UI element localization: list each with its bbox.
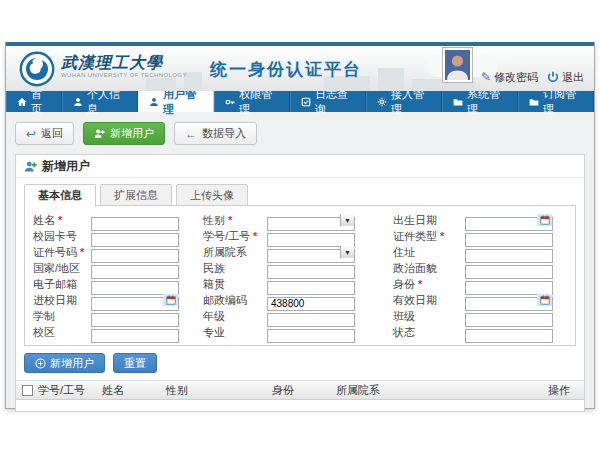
nav-tab-system-mgmt[interactable]: 系统管理	[442, 91, 518, 112]
calendar-icon[interactable]	[537, 214, 552, 226]
field-label-status: 状态	[393, 325, 465, 340]
text-field-id-number	[91, 245, 179, 259]
input-major[interactable]	[267, 329, 355, 343]
user-avatar[interactable]	[443, 48, 472, 82]
text-field-name	[91, 213, 179, 227]
person-add-icon	[24, 160, 37, 173]
reset-button-label: 重置	[124, 356, 146, 371]
text-field-identity	[465, 277, 553, 291]
text-field-grade	[267, 309, 355, 323]
text-field-major	[267, 325, 355, 339]
text-field-id-type	[465, 229, 553, 243]
select-gender[interactable]: ▼	[267, 213, 355, 227]
tab-upload-avatar[interactable]: 上传头像	[176, 184, 248, 206]
field-label-native-place: 籍贯	[203, 277, 267, 292]
required-asterisk: *	[253, 230, 257, 242]
column-header-actions: 操作	[548, 383, 584, 398]
nav-tab-user-mgmt[interactable]: 用户管理	[138, 91, 214, 112]
panel-title: 新增用户	[42, 158, 90, 175]
text-field-postal-code	[267, 293, 355, 307]
nav-tab-profile[interactable]: 个人信息	[62, 91, 138, 112]
text-field-class	[465, 309, 553, 323]
date-field-valid-date[interactable]	[465, 293, 553, 307]
field-label-grade: 年级	[203, 309, 267, 324]
logout-label: 退出	[562, 70, 584, 84]
form-row: 学制年级班级	[25, 308, 575, 324]
nav-tab-log-query[interactable]: 日志查询	[290, 91, 366, 112]
column-header-department: 所属院系	[336, 383, 548, 398]
field-label-postal-code: 邮政编码	[203, 293, 267, 308]
main-nav: 首页个人信息用户管理权限管理日志查询接入管理系统管理订阅管理	[6, 91, 594, 112]
text-field-email	[91, 277, 179, 291]
required-asterisk: *	[440, 230, 444, 242]
column-header-identity: 身份	[272, 383, 336, 398]
university-name-en: WUHAN UNIVERSITY OF TECHNOLOGY	[61, 72, 187, 78]
date-field-enroll-date[interactable]	[91, 293, 179, 307]
submit-add-user-label: 新增用户	[50, 356, 94, 371]
field-label-department: 所属院系	[203, 245, 267, 260]
form-row: 姓名*性别*▼出生日期	[25, 212, 575, 228]
import-arrow-icon: ←	[185, 128, 197, 140]
folder-icon	[529, 97, 539, 107]
home-icon	[17, 97, 27, 107]
key-icon	[225, 97, 235, 107]
text-field-ethnicity	[267, 261, 355, 275]
platform-title: 统一身份认证平台	[210, 58, 362, 81]
form-actions: 新增用户 重置	[24, 353, 576, 373]
input-status[interactable]	[465, 329, 553, 343]
field-label-ethnicity: 民族	[203, 261, 267, 276]
form-row: 国家/地区民族政治面貌	[25, 260, 575, 276]
calendar-icon[interactable]	[537, 294, 552, 306]
select-department[interactable]: ▼	[267, 245, 355, 259]
field-label-political-status: 政治面貌	[393, 261, 465, 276]
user-table-body-empty	[16, 400, 584, 411]
gear-icon	[377, 97, 387, 107]
nav-tab-permission-mgmt[interactable]: 权限管理	[214, 91, 290, 112]
data-import-button-label: 数据导入	[202, 126, 246, 141]
required-asterisk: *	[228, 214, 232, 226]
text-field-campus	[91, 325, 179, 339]
select-all-checkbox[interactable]	[22, 385, 33, 396]
tab-basic-info[interactable]: 基本信息	[24, 184, 96, 207]
form-row: 电子邮箱籍贯身份*	[25, 276, 575, 292]
submit-add-user-button[interactable]: 新增用户	[24, 353, 105, 373]
text-field-schooling-length	[91, 309, 179, 323]
field-label-valid-date: 有效日期	[393, 293, 465, 308]
field-label-id-number: 证件号码*	[33, 245, 91, 260]
calendar-icon[interactable]	[163, 294, 178, 306]
required-asterisk: *	[80, 246, 84, 258]
input-campus[interactable]	[91, 329, 179, 343]
reset-button[interactable]: 重置	[113, 353, 157, 373]
user-table-header: 学号/工号姓名性别身份所属院系操作	[16, 380, 584, 400]
form-row: 校区专业状态	[25, 324, 575, 340]
dropdown-arrow-icon[interactable]: ▼	[340, 214, 354, 226]
field-label-student-id: 学号/工号*	[203, 229, 267, 244]
tab-extended-info[interactable]: 扩展信息	[100, 184, 172, 206]
field-label-country-region: 国家/地区	[33, 261, 91, 276]
user-icon	[149, 97, 159, 107]
university-logo-icon	[19, 51, 55, 87]
add-user-button[interactable]: 新增用户	[83, 122, 165, 145]
change-password-link[interactable]: ✎ 修改密码	[481, 70, 538, 84]
field-label-email: 电子邮箱	[33, 277, 91, 292]
date-field-birth-date[interactable]	[465, 213, 553, 227]
field-label-identity: 身份*	[393, 277, 465, 292]
text-field-address	[465, 245, 553, 259]
nav-tab-subscription-mgmt[interactable]: 订阅管理	[518, 91, 594, 112]
tab-strip: 基本信息扩展信息上传头像	[16, 178, 584, 206]
nav-tab-access-mgmt[interactable]: 接入管理	[366, 91, 442, 112]
logout-link[interactable]: 退出	[547, 70, 584, 84]
back-arrow-icon: ↩	[26, 128, 36, 140]
toolbar: ↩ 返回 新增用户 ← 数据导入	[15, 122, 585, 145]
data-import-button[interactable]: ← 数据导入	[174, 122, 257, 145]
plus-circle-icon	[35, 358, 46, 369]
back-button[interactable]: ↩ 返回	[15, 122, 74, 145]
column-header-student-id: 学号/工号	[38, 383, 102, 398]
pencil-icon: ✎	[481, 71, 491, 83]
dropdown-arrow-icon[interactable]: ▼	[340, 246, 354, 258]
nav-tab-home[interactable]: 首页	[6, 91, 62, 112]
university-name: 武漢理工大學	[61, 54, 187, 72]
field-label-enroll-date: 进校日期	[33, 293, 91, 308]
log-icon	[301, 97, 311, 107]
form-row: 校园卡号学号/工号*证件类型*	[25, 228, 575, 244]
